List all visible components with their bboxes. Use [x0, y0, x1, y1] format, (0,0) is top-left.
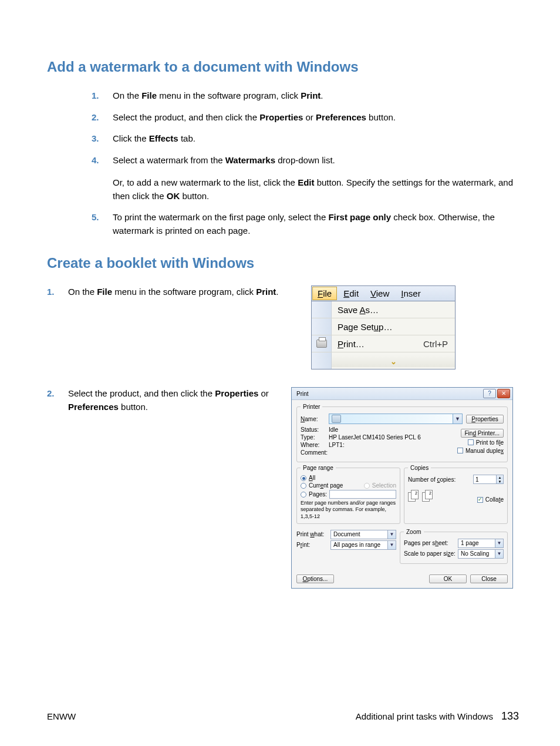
chevron-down-icon: ▼: [453, 414, 462, 424]
step-number: 2.: [92, 111, 113, 125]
menu-dropdown: Save As… Page Setup… Print… Ctrl+P ⌄: [312, 301, 455, 369]
menu-item-saveas[interactable]: Save As…: [312, 301, 455, 318]
pages-input[interactable]: [329, 490, 396, 499]
printer-name-select[interactable]: ▼: [329, 414, 463, 424]
step-number: 5.: [92, 211, 113, 237]
chevron-down-icon: ▼: [387, 541, 396, 549]
zoom-group: Zoom Pages per sheet: 1 page▼ Scale to p…: [400, 529, 508, 564]
print-select[interactable]: All pages in range▼: [330, 540, 396, 550]
blank-icon: [312, 301, 332, 318]
step-body: Select a watermark from the Watermarks d…: [113, 154, 513, 203]
printer-group: Printer Name: ▼ Properties: [296, 404, 508, 462]
copies-label: Number of copies:: [408, 476, 456, 483]
printer-icon: [312, 335, 332, 352]
page-number: 133: [501, 710, 519, 722]
menu-edit[interactable]: Edit: [338, 286, 365, 301]
blank-icon: [312, 318, 332, 335]
range-current-radio[interactable]: Current page: [301, 482, 343, 489]
collate-checkbox[interactable]: Collate: [477, 496, 504, 503]
pps-label: Pages per sheet:: [404, 540, 458, 546]
copies-spinner[interactable]: 1▲▼: [473, 475, 504, 484]
print-label: Print:: [296, 542, 330, 548]
close-dialog-button[interactable]: Close: [470, 574, 508, 583]
step-number: 1.: [92, 89, 113, 103]
comment-label: Comment:: [301, 449, 329, 456]
range-all-radio[interactable]: All: [301, 475, 315, 481]
menu-insert[interactable]: Inser: [395, 286, 426, 301]
range-hint: Enter page numbers and/or page ranges se…: [301, 500, 396, 520]
printwhat-label: Print what:: [296, 531, 330, 537]
menu-view[interactable]: View: [365, 286, 395, 301]
where-value: LPT1:: [329, 442, 451, 448]
dialog-titlebar: Print ? ✕: [292, 388, 512, 400]
copies-group: Copies Number of copies: 1▲▼ 12 12 Co: [404, 465, 508, 524]
pps-select[interactable]: 1 page▼: [458, 539, 504, 548]
menu-bar: FFileile Edit View Inser: [312, 286, 455, 301]
step-number: 4.: [92, 154, 113, 203]
step-body: To print the watermark on the first page…: [113, 211, 513, 237]
menu-file[interactable]: FFileile: [312, 287, 337, 300]
shortcut-label: Ctrl+P: [423, 339, 455, 349]
step-body: On the File menu in the software program…: [113, 89, 513, 103]
status-label: Status:: [301, 426, 329, 433]
step-body: Select the product, and then click the P…: [68, 387, 291, 414]
status-value: Idle: [329, 426, 451, 433]
help-button[interactable]: ?: [483, 389, 496, 398]
group-legend: Zoom: [404, 529, 424, 535]
range-selection-radio: Selection: [364, 482, 396, 489]
blank-icon: [312, 352, 332, 369]
printwhat-select[interactable]: Document▼: [330, 530, 396, 539]
group-legend: Copies: [408, 465, 431, 471]
file-menu-illustration: FFileile Edit View Inser Save As… Page S…: [311, 285, 456, 369]
scale-label: Scale to paper size:: [404, 550, 458, 557]
find-printer-button[interactable]: Find Printer...: [461, 429, 504, 438]
printer-icon: [332, 415, 341, 423]
dialog-title: Print: [296, 391, 309, 397]
chevron-down-icon: ⌄: [390, 357, 397, 366]
watermark-steps: 1. On the File menu in the software prog…: [92, 89, 513, 237]
step-number: 3.: [92, 132, 113, 146]
step-body: Click the Effects tab.: [113, 132, 513, 146]
chevron-down-icon: ▼: [387, 530, 396, 539]
step-number: 2.: [47, 387, 68, 414]
menu-expand[interactable]: ⌄: [312, 352, 455, 369]
step-body: Select the product, and then click the P…: [113, 111, 513, 125]
collate-icon: 12 12: [408, 490, 433, 503]
print-dialog-illustration: Print ? ✕ Printer Name: ▼: [291, 387, 513, 589]
footer-right: Additional print tasks with Windows: [356, 711, 493, 721]
section-heading-watermark: Add a watermark to a document with Windo…: [47, 59, 513, 75]
footer-left: ENWW: [47, 711, 76, 721]
options-button[interactable]: Options...: [296, 574, 334, 583]
group-legend: Printer: [301, 404, 322, 410]
close-button[interactable]: ✕: [497, 389, 510, 398]
range-pages-radio[interactable]: Pages:: [301, 491, 327, 498]
section-heading-booklet: Create a booklet with Windows: [47, 255, 513, 271]
menu-item-pagesetup[interactable]: Page Setup…: [312, 318, 455, 335]
properties-button[interactable]: Properties: [466, 415, 504, 424]
step-number: 1.: [47, 285, 68, 299]
scale-select[interactable]: No Scaling▼: [458, 549, 504, 559]
ok-button[interactable]: OK: [429, 574, 467, 583]
page-range-group: Page range All Current page Selection Pa…: [296, 465, 400, 524]
page-footer: ENWW Additional print tasks with Windows…: [47, 710, 519, 723]
manual-duplex-checkbox[interactable]: Manual duplex: [457, 448, 504, 454]
print-to-file-checkbox[interactable]: Print to file: [468, 439, 504, 446]
chevron-down-icon: ▼: [495, 550, 503, 558]
chevron-down-icon: ▼: [495, 539, 503, 547]
step-body: On the File menu in the software program…: [68, 285, 305, 299]
menu-item-print[interactable]: Print… Ctrl+P: [312, 335, 455, 352]
type-label: Type:: [301, 434, 329, 441]
group-legend: Page range: [301, 465, 336, 471]
name-label: Name:: [301, 416, 329, 422]
type-value: HP LaserJet CM1410 Series PCL 6: [329, 434, 451, 441]
where-label: Where:: [301, 442, 329, 448]
